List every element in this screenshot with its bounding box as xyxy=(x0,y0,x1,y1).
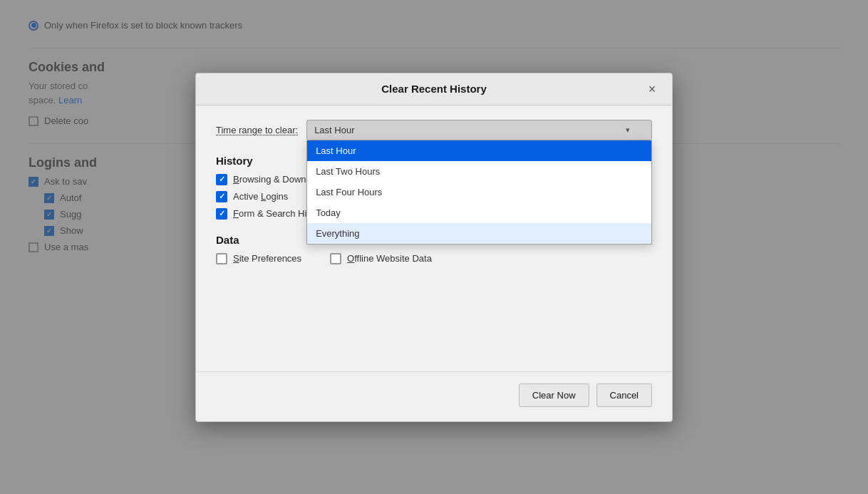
dropdown-list: Last Hour Last Two Hours Last Four Hours… xyxy=(306,140,652,245)
form-checkmark: ✓ xyxy=(219,210,225,217)
offline-data-item: Offline Website Data xyxy=(330,253,432,264)
site-prefs-item: Site Preferences xyxy=(216,253,301,264)
logins-checkbox[interactable]: ✓ xyxy=(216,191,227,202)
form-checkbox[interactable]: ✓ xyxy=(216,208,227,220)
time-range-label: Time range to clear: xyxy=(216,125,298,135)
dropdown-item-0[interactable]: Last Hour xyxy=(307,140,651,161)
browsing-checkmark: ✓ xyxy=(219,175,225,183)
site-prefs-checkbox[interactable] xyxy=(216,253,227,264)
cancel-button[interactable]: Cancel xyxy=(596,384,652,407)
modal-overlay: Clear Recent History × Time range to cle… xyxy=(0,0,868,494)
dropdown-item-2[interactable]: Last Four Hours xyxy=(307,182,651,202)
clear-now-button[interactable]: Clear Now xyxy=(519,384,589,407)
time-range-select-display[interactable]: Last Hour ▾ xyxy=(306,120,652,140)
dialog-footer: Clear Now Cancel xyxy=(196,371,672,421)
clear-history-dialog: Clear Recent History × Time range to cle… xyxy=(195,73,673,422)
dialog-title: Clear Recent History xyxy=(224,83,644,95)
time-range-select-wrapper[interactable]: Last Hour ▾ Last Hour Last Two Hours Las… xyxy=(306,120,652,140)
site-prefs-label: Site Preferences xyxy=(233,253,301,264)
offline-data-checkbox[interactable] xyxy=(330,253,341,264)
dropdown-item-4[interactable]: Everything xyxy=(307,223,651,244)
time-range-row: Time range to clear: Last Hour ▾ Last Ho… xyxy=(216,120,652,140)
offline-data-label: Offline Website Data xyxy=(347,253,432,264)
dropdown-item-3[interactable]: Today xyxy=(307,202,651,223)
logins-checkmark: ✓ xyxy=(219,192,225,200)
dialog-close-button[interactable]: × xyxy=(644,81,661,98)
dialog-body: Time range to clear: Last Hour ▾ Last Ho… xyxy=(196,106,672,371)
browsing-checkbox[interactable]: ✓ xyxy=(216,174,227,185)
select-arrow-icon: ▾ xyxy=(626,125,630,135)
dialog-titlebar: Clear Recent History × xyxy=(196,73,672,106)
browsing-label: Browsing & Down xyxy=(233,174,306,185)
selected-option-text: Last Hour xyxy=(314,125,354,135)
logins-label: Active Logins xyxy=(233,191,288,202)
dropdown-item-1[interactable]: Last Two Hours xyxy=(307,161,651,182)
data-row: Site Preferences Offline Website Data xyxy=(216,253,652,264)
